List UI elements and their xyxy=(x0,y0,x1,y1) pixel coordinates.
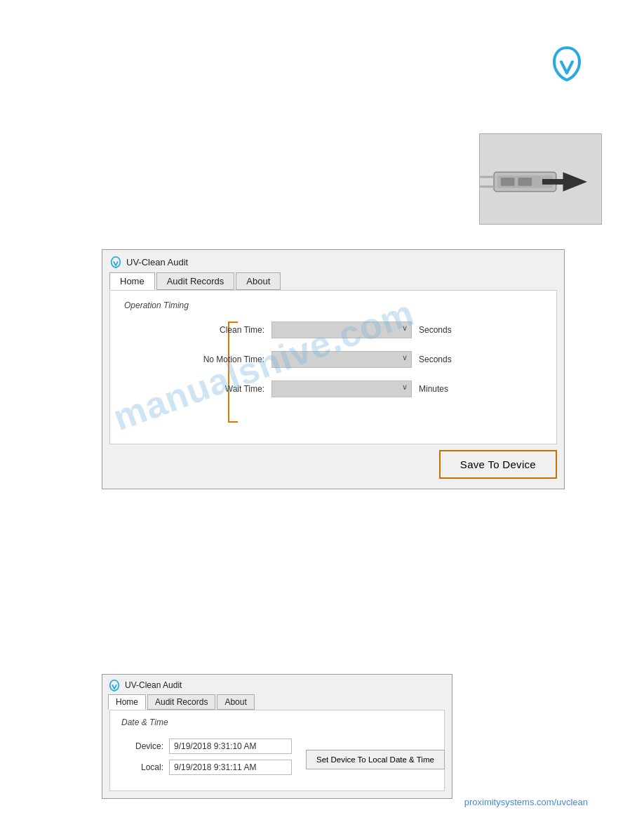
set-device-datetime-button[interactable]: Set Device To Local Date & Time xyxy=(306,750,445,769)
clean-time-row: Clean Time: Seconds xyxy=(166,322,542,338)
wait-time-unit: Minutes xyxy=(419,384,448,394)
uvclean-logo-icon xyxy=(546,42,588,84)
small-app-title-bar: UV-Clean Audit xyxy=(102,675,452,694)
date-time-title: Date & Time xyxy=(121,717,433,727)
clean-time-select-wrapper[interactable] xyxy=(271,322,412,338)
device-time-row: Device: xyxy=(121,739,292,754)
local-label: Local: xyxy=(121,762,163,772)
clean-time-unit: Seconds xyxy=(419,325,452,335)
no-motion-time-row: No Motion Time: Seconds xyxy=(166,351,542,368)
wait-time-select[interactable] xyxy=(271,380,412,397)
clean-time-select[interactable] xyxy=(271,322,412,338)
save-btn-row: Save To Device xyxy=(102,444,564,482)
no-motion-time-label: No Motion Time: xyxy=(166,355,264,364)
no-motion-time-unit: Seconds xyxy=(419,355,452,364)
clean-time-label: Clean Time: xyxy=(166,325,264,335)
small-content-area: Date & Time Device: Local: Set Device To… xyxy=(109,710,445,791)
date-time-form: Device: Local: xyxy=(121,739,292,781)
tab-audit-records[interactable]: Audit Records xyxy=(156,272,235,290)
wait-time-label: Wait Time: xyxy=(166,384,264,394)
logo-area xyxy=(546,42,588,86)
small-app-title: UV-Clean Audit xyxy=(125,680,182,690)
local-time-row: Local: xyxy=(121,760,292,775)
small-app-logo-icon xyxy=(108,679,121,691)
main-app-window: UV-Clean Audit Home Audit Records About … xyxy=(102,249,565,489)
small-tabs-row: Home Audit Records About xyxy=(102,694,452,710)
svg-rect-3 xyxy=(501,178,515,186)
app-title: UV-Clean Audit xyxy=(126,257,188,267)
footer-link[interactable]: proximitysystems.com/uvclean xyxy=(464,797,588,807)
app-title-bar: UV-Clean Audit xyxy=(102,250,564,272)
date-time-section: Device: Local: Set Device To Local Date … xyxy=(121,739,433,781)
svg-rect-6 xyxy=(542,179,565,185)
tabs-row: Home Audit Records About xyxy=(102,272,564,290)
svg-rect-4 xyxy=(518,178,532,186)
wait-time-select-wrapper[interactable] xyxy=(271,380,412,397)
operation-timing-title: Operation Timing xyxy=(124,300,542,310)
usb-connector-image xyxy=(479,133,602,225)
save-to-device-button[interactable]: Save To Device xyxy=(439,450,557,479)
small-tab-audit-records[interactable]: Audit Records xyxy=(147,694,215,710)
small-app-window: UV-Clean Audit Home Audit Records About … xyxy=(102,674,452,799)
tab-home[interactable]: Home xyxy=(109,272,155,290)
no-motion-time-select[interactable] xyxy=(271,351,412,368)
device-time-input[interactable] xyxy=(169,739,292,754)
main-content-area: Operation Timing Clean Time: Seconds No … xyxy=(109,290,557,444)
no-motion-time-select-wrapper[interactable] xyxy=(271,351,412,368)
wait-time-row: Wait Time: Minutes xyxy=(166,380,542,397)
device-label: Device: xyxy=(121,741,163,751)
small-tab-home[interactable]: Home xyxy=(108,694,146,710)
local-time-input[interactable] xyxy=(169,760,292,775)
app-logo-small-icon xyxy=(109,256,122,268)
small-tab-about[interactable]: About xyxy=(217,694,254,710)
tab-about[interactable]: About xyxy=(236,272,281,290)
